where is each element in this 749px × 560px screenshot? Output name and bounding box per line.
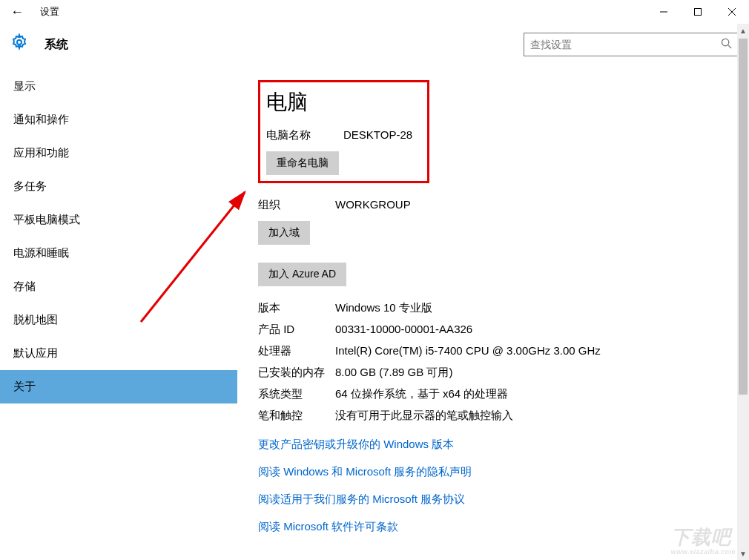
spec-value: 64 位操作系统，基于 x64 的处理器 xyxy=(335,387,508,401)
sidebar-item-default-apps[interactable]: 默认应用 xyxy=(0,337,237,370)
spec-value: Windows 10 专业版 xyxy=(335,301,432,315)
svg-line-6 xyxy=(728,45,731,48)
svg-point-4 xyxy=(17,40,22,45)
maximize-button[interactable] xyxy=(681,0,715,24)
spec-row: 已安装的内存8.00 GB (7.89 GB 可用) xyxy=(258,366,742,380)
org-value: WORKGROUP xyxy=(335,198,411,212)
svg-point-5 xyxy=(722,39,728,45)
sidebar-item-power[interactable]: 电源和睡眠 xyxy=(0,237,237,270)
window-controls xyxy=(647,0,749,24)
spec-row: 系统类型64 位操作系统，基于 x64 的处理器 xyxy=(258,387,742,401)
sidebar-item-multitask[interactable]: 多任务 xyxy=(0,170,237,203)
org-section: 组织 WORKGROUP 加入域 xyxy=(258,198,742,245)
scroll-up-button[interactable]: ▲ xyxy=(737,24,749,37)
scroll-thumb[interactable] xyxy=(739,39,748,395)
azure-section: 加入 Azure AD xyxy=(258,260,742,286)
spec-value: Intel(R) Core(TM) i5-7400 CPU @ 3.00GHz … xyxy=(335,344,601,358)
scrollbar[interactable]: ▲ ▼ xyxy=(737,24,749,560)
svg-rect-1 xyxy=(695,9,702,16)
gear-icon xyxy=(10,33,28,56)
main: 显示 通知和操作 应用和功能 多任务 平板电脑模式 电源和睡眠 存储 脱机地图 … xyxy=(0,70,749,560)
spec-row: 产品 ID00331-10000-00001-AA326 xyxy=(258,323,742,337)
sidebar-item-offline-maps[interactable]: 脱机地图 xyxy=(0,303,237,337)
spec-row: 版本Windows 10 专业版 xyxy=(258,301,742,315)
spec-row: 处理器Intel(R) Core(TM) i5-7400 CPU @ 3.00G… xyxy=(258,344,742,358)
search-input[interactable] xyxy=(530,39,721,50)
pc-name-value: DESKTOP-28 xyxy=(343,128,412,142)
spec-value: 没有可用于此显示器的笔或触控输入 xyxy=(335,409,513,423)
pc-heading: 电脑 xyxy=(266,88,412,116)
search-icon xyxy=(721,38,732,51)
spec-label: 版本 xyxy=(258,301,335,315)
spec-label: 已安装的内存 xyxy=(258,366,335,380)
sidebar-item-about[interactable]: 关于 xyxy=(0,370,237,403)
spec-label: 处理器 xyxy=(258,344,335,358)
sidebar-item-tablet[interactable]: 平板电脑模式 xyxy=(0,203,237,237)
join-azure-button[interactable]: 加入 Azure AD xyxy=(258,263,346,286)
specs-section: 版本Windows 10 专业版 产品 ID00331-10000-00001-… xyxy=(258,301,742,423)
titlebar: ← 设置 xyxy=(0,0,749,24)
minimize-button[interactable] xyxy=(647,0,681,24)
link-license-terms[interactable]: 阅读 Microsoft 软件许可条款 xyxy=(258,520,742,534)
close-button[interactable] xyxy=(715,0,749,24)
spec-label: 笔和触控 xyxy=(258,409,335,423)
window-title: 设置 xyxy=(40,5,59,19)
org-label: 组织 xyxy=(258,198,335,212)
link-change-product-key[interactable]: 更改产品密钥或升级你的 Windows 版本 xyxy=(258,438,742,452)
sidebar-item-apps[interactable]: 应用和功能 xyxy=(0,136,237,170)
section-title: 系统 xyxy=(44,37,68,53)
sidebar: 显示 通知和操作 应用和功能 多任务 平板电脑模式 电源和睡眠 存储 脱机地图 … xyxy=(0,70,237,560)
scroll-down-button[interactable]: ▼ xyxy=(737,547,749,560)
link-privacy[interactable]: 阅读 Windows 和 Microsoft 服务的隐私声明 xyxy=(258,465,742,479)
join-domain-button[interactable]: 加入域 xyxy=(258,221,310,245)
spec-row: 笔和触控没有可用于此显示器的笔或触控输入 xyxy=(258,409,742,423)
sidebar-item-notifications[interactable]: 通知和操作 xyxy=(0,103,237,136)
pc-name-label: 电脑名称 xyxy=(266,128,343,142)
sidebar-item-storage[interactable]: 存储 xyxy=(0,270,237,303)
search-box[interactable] xyxy=(524,33,739,56)
link-services-agreement[interactable]: 阅读适用于我们服务的 Microsoft 服务协议 xyxy=(258,493,742,507)
spec-label: 系统类型 xyxy=(258,387,335,401)
header: 系统 xyxy=(0,24,749,70)
spec-value: 8.00 GB (7.89 GB 可用) xyxy=(335,366,452,380)
rename-pc-button[interactable]: 重命名电脑 xyxy=(266,151,339,175)
back-button[interactable]: ← xyxy=(10,4,24,20)
pc-name-highlight-box: 电脑 电脑名称 DESKTOP-28 重命名电脑 xyxy=(258,80,429,183)
spec-value: 00331-10000-00001-AA326 xyxy=(335,323,472,337)
spec-label: 产品 ID xyxy=(258,323,335,337)
content: 电脑 电脑名称 DESKTOP-28 重命名电脑 组织 WORKGROUP 加入… xyxy=(237,70,749,560)
sidebar-item-display[interactable]: 显示 xyxy=(0,70,237,103)
